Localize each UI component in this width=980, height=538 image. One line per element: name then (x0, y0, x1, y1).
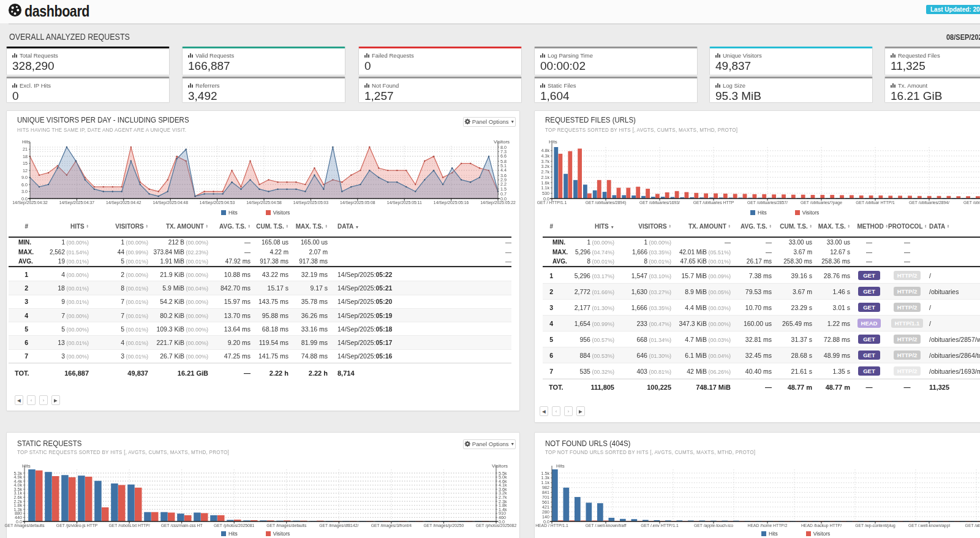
svg-text:GET /css/main-css HT: GET /css/main-css HT (161, 523, 203, 528)
svg-text:2.7k: 2.7k (541, 169, 549, 175)
svg-text:GET /obituaries/2857/: GET /obituaries/2857/ (747, 200, 788, 205)
svg-text:GET /robots.txt HTTP/: GET /robots.txt HTTP/ (109, 523, 150, 528)
svg-text:3.7k: 3.7k (541, 159, 549, 164)
svg-text:4.3k: 4.3k (541, 153, 549, 159)
svg-text:14/Sep/2025:05:11: 14/Sep/2025:05:11 (387, 200, 422, 205)
svg-text:14/Sep/2025:05:16: 14/Sep/2025:05:16 (434, 200, 469, 205)
svg-text:GET /.well-known/traff: GET /.well-known/traff (586, 523, 627, 528)
svg-text:GET /obituaries/?page: GET /obituaries/?page (801, 200, 842, 205)
svg-text:1.5k: 1.5k (541, 471, 549, 476)
svg-text:GET /images/defaults: GET /images/defaults (4, 523, 45, 528)
svg-text:3.6: 3.6 (500, 173, 507, 178)
svg-text:14/Sep/2025:04:53: 14/Sep/2025:04:53 (200, 200, 235, 205)
svg-text:GET /photos/2025082: GET /photos/2025082 (476, 523, 517, 528)
svg-text:GET /obituar HTTP/1: GET /obituar HTTP/1 (856, 200, 895, 205)
svg-text:2.1k: 2.1k (541, 175, 549, 180)
svg-text:1.1k: 1.1k (541, 480, 549, 485)
svg-text:9.0: 9.0 (21, 175, 28, 180)
svg-text:GET /.well-known/appl: GET /.well-known/appl (908, 523, 950, 528)
svg-text:530: 530 (542, 191, 549, 196)
svg-text:GET /obituaries HTTP: GET /obituaries HTTP (693, 200, 734, 205)
svg-text:14/Sep/2025:05:03: 14/Sep/2025:05:03 (293, 200, 329, 205)
svg-text:GET /obituaries/1693/: GET /obituaries/1693/ (639, 200, 680, 205)
svg-text:280: 280 (542, 509, 549, 515)
svg-text:14/Sep/2025:04:37: 14/Sep/2025:04:37 (59, 200, 95, 205)
svg-text:14/Sep/2025:05:22: 14/Sep/2025:05:22 (480, 200, 516, 205)
svg-text:3.2k: 3.2k (541, 164, 549, 169)
svg-text:GET /.env HTTP/1.1: GET /.env HTTP/1.1 (641, 523, 679, 528)
svg-text:421: 421 (542, 504, 549, 510)
svg-text:12: 12 (23, 168, 28, 173)
svg-text:0.7: 0.7 (500, 191, 507, 197)
svg-text:15: 15 (23, 161, 28, 166)
svg-text:GET /obituaries/2894): GET /obituaries/2894) (586, 200, 626, 205)
svg-text:HEAD /home HTTP/2: HEAD /home HTTP/2 (748, 523, 788, 528)
svg-text:HEAD /backup HTTP/: HEAD /backup HTTP/ (801, 523, 842, 528)
svg-text:701: 701 (542, 494, 549, 500)
svg-text:GET /about.php HT: GET /about.php HT (965, 523, 980, 528)
svg-text:1.3k: 1.3k (541, 475, 549, 480)
svg-text:5.5k: 5.5k (499, 471, 507, 476)
svg-text:982: 982 (542, 485, 549, 490)
svg-text:3.0: 3.0 (21, 189, 28, 194)
svg-text:18: 18 (23, 154, 28, 159)
svg-text:14/Sep/2025:04:42: 14/Sep/2025:04:42 (106, 200, 141, 205)
svg-text:1.6k: 1.6k (541, 180, 549, 186)
svg-text:8.0: 8.0 (500, 145, 507, 150)
svg-text:5.3k: 5.3k (13, 471, 22, 476)
svg-text:GET /js/video-js HTTP: GET /js/video-js HTTP (56, 523, 98, 528)
svg-text:GET /images/3/front/4: GET /images/3/front/4 (371, 523, 412, 528)
svg-text:14/Sep/2025:04:58: 14/Sep/2025:04:58 (246, 200, 282, 205)
svg-text:GET /wp-content/plug: GET /wp-content/plug (855, 523, 895, 528)
svg-text:5.8: 5.8 (500, 159, 507, 164)
svg-text:GET /apple-touch-ico: GET /apple-touch-ico (694, 523, 733, 528)
svg-text:561: 561 (542, 499, 549, 505)
svg-text:HEAD / HTTP/1.1: HEAD / HTTP/1.1 (535, 523, 568, 528)
svg-text:4.8k: 4.8k (541, 148, 549, 153)
svg-text:GET /images/df8142/: GET /images/df8142/ (319, 523, 358, 528)
svg-text:841: 841 (542, 490, 549, 495)
svg-text:GET /obituaries/2894/: GET /obituaries/2894/ (909, 200, 949, 205)
svg-text:GET /photos/2025081: GET /photos/2025081 (214, 523, 255, 528)
svg-text:14/Sep/2025:05:08: 14/Sep/2025:05:08 (340, 200, 375, 205)
svg-text:14/Sep/2025:04:32: 14/Sep/2025:04:32 (12, 200, 48, 205)
svg-text:1.1k: 1.1k (541, 185, 549, 191)
svg-text:GET /images/defaults: GET /images/defaults (266, 523, 307, 528)
svg-text:GET /images/p/20250: GET /images/p/20250 (423, 523, 464, 528)
svg-text:140: 140 (542, 514, 549, 520)
svg-text:GET /obituaries/2894: GET /obituaries/2894 (963, 200, 980, 205)
svg-text:21: 21 (23, 146, 28, 152)
svg-text:14/Sep/2025:04:48: 14/Sep/2025:04:48 (153, 200, 188, 205)
svg-text:GET / HTTP/1.1: GET / HTTP/1.1 (537, 200, 567, 205)
svg-text:6.0: 6.0 (21, 182, 28, 188)
